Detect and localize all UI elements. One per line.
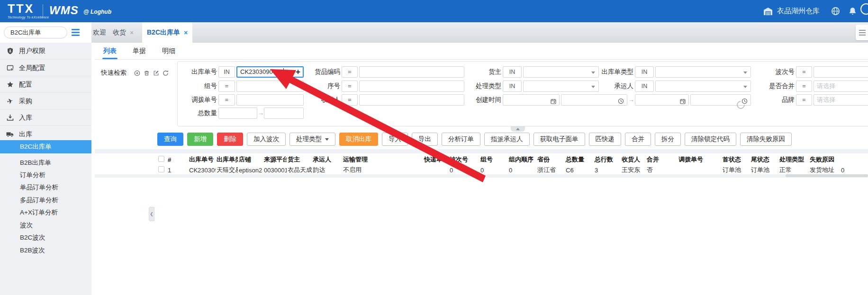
sidebar-item-outbound[interactable]: 出库 <box>0 125 91 142</box>
select-all-checkbox[interactable] <box>158 156 164 162</box>
create-time-from-input[interactable] <box>561 94 627 106</box>
column-header[interactable]: 总数量 <box>565 155 594 164</box>
tab-document-view[interactable]: 单据 <box>133 43 146 60</box>
column-header[interactable]: 出库单号 <box>188 155 216 164</box>
brand-select[interactable]: 请选择 <box>814 94 868 106</box>
warehouse-name[interactable]: 衣品湖州仓库 <box>777 7 820 16</box>
operator-select[interactable]: = <box>218 80 235 92</box>
tab-receiving[interactable]: 收货 × <box>108 22 138 43</box>
operator-select[interactable]: IN <box>635 66 654 78</box>
hamburger-icon[interactable] <box>72 29 80 36</box>
create-date-from-input[interactable] <box>503 94 560 106</box>
tab-b2c-outbound[interactable]: B2C出库单 × <box>142 22 192 43</box>
sidebar-item-ax-order-analysis[interactable]: A+X订单分析 <box>0 206 91 218</box>
sidebar-item-b2b-wave[interactable]: B2B波次 <box>0 244 91 256</box>
column-header[interactable]: 首状态 <box>722 155 750 164</box>
sidebar-item-config[interactable]: 配置 <box>0 76 91 92</box>
column-header[interactable]: 店铺 <box>238 155 263 164</box>
sidebar-item-global-config[interactable]: 全局配置 <box>0 59 91 76</box>
hscrollbar-thumb[interactable] <box>786 174 868 177</box>
column-header[interactable]: 合并 <box>646 155 678 164</box>
menu-search-input[interactable]: B2C出库单 <box>4 27 67 38</box>
import-button[interactable]: 导入 <box>382 133 408 146</box>
row-checkbox[interactable] <box>158 166 164 172</box>
operator-select[interactable]: = <box>342 80 358 92</box>
column-header[interactable]: 省份 <box>536 155 565 164</box>
merge-button[interactable]: 合并 <box>625 133 651 146</box>
column-header[interactable]: 调拨单号 <box>678 155 722 164</box>
get-e-waybill-button[interactable]: 获取电子面单 <box>533 133 585 146</box>
sidebar-item-user-rights[interactable]: 用户权限 <box>0 43 91 59</box>
tab-list-view[interactable]: 列表 <box>103 43 117 60</box>
column-header[interactable]: 运输管理 <box>342 155 423 164</box>
globe-icon[interactable] <box>829 7 841 16</box>
total-qty-to-input[interactable] <box>264 107 304 119</box>
close-icon[interactable]: × <box>184 29 188 36</box>
column-header[interactable]: 快递单号 <box>423 155 449 164</box>
grid-hscrollbar[interactable] <box>95 174 868 178</box>
operator-select[interactable]: = <box>218 94 235 106</box>
sidebar-item-inbound[interactable]: 入库 <box>0 109 91 125</box>
sidebar-item-order-analysis[interactable]: 订单分析 <box>0 169 91 181</box>
sidebar-item-single-order-analysis[interactable]: 单品订单分析 <box>0 181 91 193</box>
column-header[interactable]: 失败原因 <box>809 155 840 164</box>
calendar-icon[interactable] <box>551 97 556 106</box>
query-button[interactable]: 查询 <box>157 133 183 146</box>
operator-select[interactable]: IN <box>503 66 522 78</box>
column-header[interactable]: 尾状态 <box>750 155 778 164</box>
add-button[interactable]: 新增 <box>187 133 213 146</box>
total-qty-from-input[interactable] <box>218 107 257 119</box>
create-date-to-input[interactable] <box>635 94 689 106</box>
trash-icon[interactable] <box>144 69 153 77</box>
operator-select[interactable]: = <box>342 66 358 78</box>
column-header[interactable]: 货主 <box>287 155 312 164</box>
column-header[interactable]: 波次号 <box>449 155 479 164</box>
match-express-button[interactable]: 匹快递 <box>589 133 622 146</box>
operator-select[interactable]: = <box>796 66 812 78</box>
operator-select[interactable]: IN <box>218 66 235 78</box>
export-button[interactable]: 导出 <box>412 133 438 146</box>
column-header[interactable]: 组号 <box>479 155 508 164</box>
sidebar-item-b2c-wave[interactable]: B2C波次 <box>0 232 91 243</box>
sidebar-scrollbar[interactable] <box>91 43 95 295</box>
tab-detail-view[interactable]: 明细 <box>162 43 175 60</box>
form-collapse-handle[interactable] <box>511 126 525 132</box>
calendar-icon[interactable] <box>680 97 686 106</box>
join-wave-button[interactable]: 加入波次 <box>247 133 286 146</box>
bell-icon[interactable] <box>846 7 859 15</box>
panel-collapse-handle[interactable]: ❮ <box>149 207 154 221</box>
sidebar-item-purchase[interactable]: ✈ 采购 <box>0 92 91 109</box>
column-header[interactable]: 处理类型 <box>778 155 809 164</box>
column-header[interactable]: 收货人 <box>621 155 646 164</box>
operator-select[interactable]: IN <box>503 80 522 92</box>
process-type-dropdown-button[interactable]: 处理类型 <box>289 133 335 146</box>
close-icon[interactable]: × <box>130 29 134 36</box>
table-row[interactable]: 1 CK2303090 天猫交易 eptison2 0030001 衣品天成 韵… <box>157 165 859 175</box>
column-header[interactable]: 组内顺序 <box>508 155 536 164</box>
clear-fail-reason-button[interactable]: 清除失败原因 <box>740 133 792 146</box>
is-merged-select[interactable]: 请选择 <box>814 80 868 92</box>
cancel-outbound-button[interactable]: 取消出库 <box>339 133 378 146</box>
clear-lock-code-button[interactable]: 清除锁定代码 <box>685 133 736 146</box>
column-header[interactable]: 出库单类 <box>216 155 238 164</box>
delete-button[interactable]: 删除 <box>217 133 243 146</box>
column-header[interactable]: 承运人 <box>312 155 342 164</box>
column-header[interactable]: # <box>167 156 188 163</box>
split-button[interactable]: 拆分 <box>655 133 681 146</box>
add-condition-icon[interactable] <box>134 69 144 77</box>
sidebar-item-b2b-outbound-order[interactable]: B2B出库单 <box>0 157 91 169</box>
column-header[interactable]: 总行数 <box>594 155 621 164</box>
sidebar-item-wave[interactable]: 波次 <box>0 219 91 231</box>
carrier-select[interactable] <box>655 80 751 92</box>
operator-select[interactable]: = <box>342 94 358 106</box>
operator-select[interactable]: = <box>796 80 812 92</box>
assign-carrier-button[interactable]: 指派承运人 <box>484 133 530 146</box>
operator-select[interactable]: = <box>796 94 812 106</box>
operator-select[interactable]: IN <box>635 80 654 92</box>
wave-no-input[interactable] <box>814 66 868 78</box>
sidebar-item-multi-order-analysis[interactable]: 多品订单分析 <box>0 194 91 206</box>
outbound-type-select[interactable] <box>655 66 751 78</box>
analyze-order-button[interactable]: 分析订单 <box>442 133 480 146</box>
tab-welcome[interactable]: 欢迎 <box>88 22 111 43</box>
clock-icon[interactable] <box>618 97 624 106</box>
